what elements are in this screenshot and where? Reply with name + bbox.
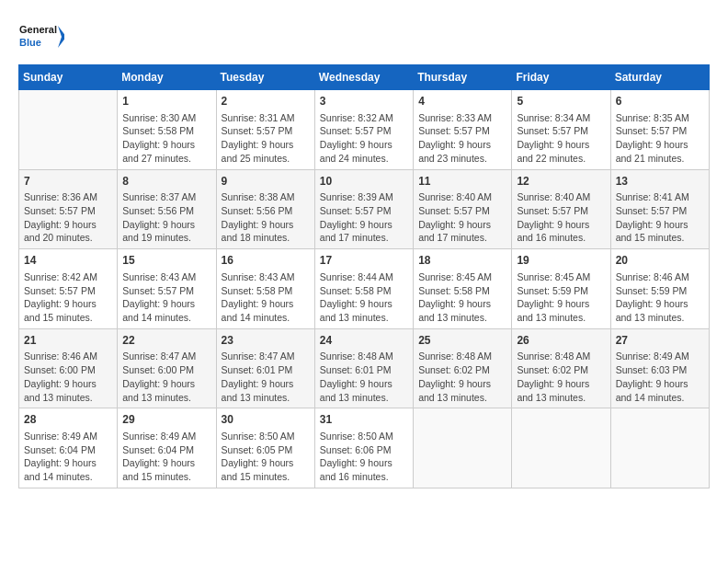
calendar-cell: 19Sunrise: 8:45 AMSunset: 5:59 PMDayligh… — [512, 249, 610, 329]
cell-content: Sunrise: 8:49 AMSunset: 6:03 PMDaylight:… — [616, 350, 704, 404]
day-number: 23 — [222, 333, 310, 349]
cell-content: Sunrise: 8:43 AMSunset: 5:58 PMDaylight:… — [222, 270, 310, 325]
calendar-cell: 11Sunrise: 8:40 AMSunset: 5:57 PMDayligh… — [414, 169, 512, 249]
day-number: 22 — [122, 333, 210, 349]
svg-text:General: General — [19, 24, 57, 35]
calendar-cell: 9Sunrise: 8:38 AMSunset: 5:56 PMDaylight… — [216, 169, 314, 249]
day-number: 27 — [616, 333, 704, 349]
day-number: 9 — [222, 174, 310, 190]
day-number: 31 — [320, 412, 408, 428]
calendar-cell: 22Sunrise: 8:47 AMSunset: 6:00 PMDayligh… — [118, 328, 216, 408]
day-number: 7 — [24, 174, 112, 190]
cell-content: Sunrise: 8:44 AMSunset: 5:58 PMDaylight:… — [320, 270, 408, 325]
cell-content: Sunrise: 8:32 AMSunset: 5:57 PMDaylight:… — [320, 111, 408, 166]
day-number: 5 — [517, 94, 605, 109]
cell-content: Sunrise: 8:37 AMSunset: 5:56 PMDaylight:… — [122, 190, 210, 245]
calendar-cell: 7Sunrise: 8:36 AMSunset: 5:57 PMDaylight… — [19, 169, 118, 249]
calendar-table: SundayMondayTuesdayWednesdayThursdayFrid… — [18, 64, 710, 488]
calendar-cell: 30Sunrise: 8:50 AMSunset: 6:05 PMDayligh… — [216, 408, 314, 488]
cell-content: Sunrise: 8:43 AMSunset: 5:57 PMDaylight:… — [122, 270, 210, 325]
calendar-cell: 16Sunrise: 8:43 AMSunset: 5:58 PMDayligh… — [216, 249, 314, 329]
cell-content: Sunrise: 8:47 AMSunset: 6:00 PMDaylight:… — [122, 350, 210, 404]
cell-content: Sunrise: 8:49 AMSunset: 6:04 PMDaylight:… — [122, 430, 210, 484]
calendar-week-row: 28Sunrise: 8:49 AMSunset: 6:04 PMDayligh… — [19, 408, 710, 488]
calendar-cell: 20Sunrise: 8:46 AMSunset: 5:59 PMDayligh… — [610, 249, 709, 329]
calendar-cell: 2Sunrise: 8:31 AMSunset: 5:57 PMDaylight… — [216, 90, 314, 170]
cell-content: Sunrise: 8:48 AMSunset: 6:01 PMDaylight:… — [320, 350, 408, 404]
cell-content: Sunrise: 8:33 AMSunset: 5:57 PMDaylight:… — [418, 111, 506, 166]
calendar-cell — [414, 408, 512, 488]
day-number: 19 — [517, 253, 605, 269]
cell-content: Sunrise: 8:35 AMSunset: 5:57 PMDaylight:… — [616, 111, 704, 166]
weekday-header-sunday: Sunday — [19, 65, 118, 90]
day-number: 10 — [320, 174, 408, 190]
cell-content: Sunrise: 8:41 AMSunset: 5:57 PMDaylight:… — [616, 190, 704, 245]
weekday-header-wednesday: Wednesday — [314, 65, 413, 90]
cell-content: Sunrise: 8:49 AMSunset: 6:04 PMDaylight:… — [24, 430, 112, 484]
calendar-cell: 5Sunrise: 8:34 AMSunset: 5:57 PMDaylight… — [512, 90, 610, 170]
day-number: 29 — [122, 412, 210, 428]
cell-content: Sunrise: 8:36 AMSunset: 5:57 PMDaylight:… — [24, 190, 112, 245]
calendar-cell: 12Sunrise: 8:40 AMSunset: 5:57 PMDayligh… — [512, 169, 610, 249]
cell-content: Sunrise: 8:42 AMSunset: 5:57 PMDaylight:… — [24, 270, 112, 325]
calendar-cell: 29Sunrise: 8:49 AMSunset: 6:04 PMDayligh… — [118, 408, 216, 488]
svg-text:Blue: Blue — [19, 37, 41, 48]
calendar-cell — [512, 408, 610, 488]
calendar-week-row: 7Sunrise: 8:36 AMSunset: 5:57 PMDaylight… — [19, 169, 710, 249]
calendar-cell: 13Sunrise: 8:41 AMSunset: 5:57 PMDayligh… — [610, 169, 709, 249]
day-number: 13 — [616, 174, 704, 190]
weekday-header-friday: Friday — [512, 65, 610, 90]
calendar-cell: 6Sunrise: 8:35 AMSunset: 5:57 PMDaylight… — [610, 90, 709, 170]
logo-icon: General Blue — [18, 18, 64, 55]
page-header: General Blue — [18, 18, 710, 55]
calendar-cell: 18Sunrise: 8:45 AMSunset: 5:58 PMDayligh… — [414, 249, 512, 329]
cell-content: Sunrise: 8:50 AMSunset: 6:05 PMDaylight:… — [222, 430, 310, 484]
cell-content: Sunrise: 8:40 AMSunset: 5:57 PMDaylight:… — [418, 190, 506, 245]
calendar-cell: 15Sunrise: 8:43 AMSunset: 5:57 PMDayligh… — [118, 249, 216, 329]
cell-content: Sunrise: 8:50 AMSunset: 6:06 PMDaylight:… — [320, 430, 408, 484]
day-number: 3 — [320, 94, 408, 109]
day-number: 24 — [320, 333, 408, 349]
cell-content: Sunrise: 8:45 AMSunset: 5:59 PMDaylight:… — [517, 270, 605, 325]
cell-content: Sunrise: 8:45 AMSunset: 5:58 PMDaylight:… — [418, 270, 506, 325]
day-number: 6 — [616, 94, 704, 109]
day-number: 16 — [222, 253, 310, 269]
day-number: 11 — [418, 174, 506, 190]
day-number: 21 — [24, 333, 112, 349]
calendar-cell: 28Sunrise: 8:49 AMSunset: 6:04 PMDayligh… — [19, 408, 118, 488]
day-number: 30 — [222, 412, 310, 428]
calendar-cell — [610, 408, 709, 488]
cell-content: Sunrise: 8:40 AMSunset: 5:57 PMDaylight:… — [517, 190, 605, 245]
cell-content: Sunrise: 8:30 AMSunset: 5:58 PMDaylight:… — [122, 111, 210, 166]
weekday-header-tuesday: Tuesday — [216, 65, 314, 90]
calendar-cell: 17Sunrise: 8:44 AMSunset: 5:58 PMDayligh… — [314, 249, 413, 329]
cell-content: Sunrise: 8:47 AMSunset: 6:01 PMDaylight:… — [222, 350, 310, 404]
calendar-cell: 23Sunrise: 8:47 AMSunset: 6:01 PMDayligh… — [216, 328, 314, 408]
cell-content: Sunrise: 8:31 AMSunset: 5:57 PMDaylight:… — [222, 111, 310, 166]
calendar-header-row: SundayMondayTuesdayWednesdayThursdayFrid… — [19, 65, 710, 90]
cell-content: Sunrise: 8:39 AMSunset: 5:57 PMDaylight:… — [320, 190, 408, 245]
day-number: 1 — [122, 94, 210, 109]
calendar-week-row: 1Sunrise: 8:30 AMSunset: 5:58 PMDaylight… — [19, 90, 710, 170]
calendar-cell: 3Sunrise: 8:32 AMSunset: 5:57 PMDaylight… — [314, 90, 413, 170]
cell-content: Sunrise: 8:34 AMSunset: 5:57 PMDaylight:… — [517, 111, 605, 166]
calendar-cell: 26Sunrise: 8:48 AMSunset: 6:02 PMDayligh… — [512, 328, 610, 408]
calendar-cell: 25Sunrise: 8:48 AMSunset: 6:02 PMDayligh… — [414, 328, 512, 408]
cell-content: Sunrise: 8:48 AMSunset: 6:02 PMDaylight:… — [418, 350, 506, 404]
day-number: 2 — [222, 94, 310, 109]
calendar-cell: 24Sunrise: 8:48 AMSunset: 6:01 PMDayligh… — [314, 328, 413, 408]
day-number: 18 — [418, 253, 506, 269]
calendar-cell — [19, 90, 118, 170]
cell-content: Sunrise: 8:48 AMSunset: 6:02 PMDaylight:… — [517, 350, 605, 404]
calendar-cell: 1Sunrise: 8:30 AMSunset: 5:58 PMDaylight… — [118, 90, 216, 170]
calendar-cell: 27Sunrise: 8:49 AMSunset: 6:03 PMDayligh… — [610, 328, 709, 408]
weekday-header-monday: Monday — [118, 65, 216, 90]
day-number: 17 — [320, 253, 408, 269]
day-number: 12 — [517, 174, 605, 190]
day-number: 20 — [616, 253, 704, 269]
calendar-week-row: 14Sunrise: 8:42 AMSunset: 5:57 PMDayligh… — [19, 249, 710, 329]
cell-content: Sunrise: 8:38 AMSunset: 5:56 PMDaylight:… — [222, 190, 310, 245]
calendar-week-row: 21Sunrise: 8:46 AMSunset: 6:00 PMDayligh… — [19, 328, 710, 408]
day-number: 28 — [24, 412, 112, 428]
calendar-cell: 8Sunrise: 8:37 AMSunset: 5:56 PMDaylight… — [118, 169, 216, 249]
